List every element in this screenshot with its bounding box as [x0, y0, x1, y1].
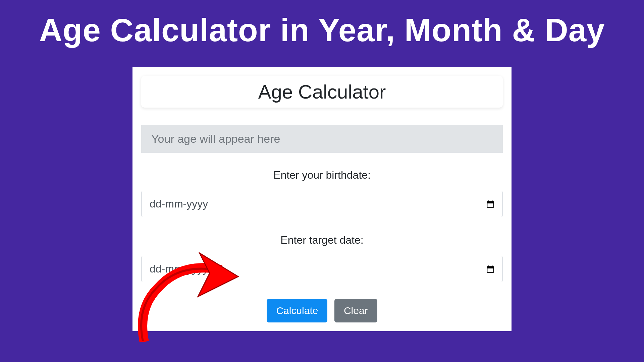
calculate-button[interactable]: Calculate [267, 299, 327, 322]
clear-button[interactable]: Clear [334, 299, 377, 322]
birthdate-label: Enter your birthdate: [141, 169, 503, 181]
card-header: Age Calculator [141, 76, 503, 108]
target-date-input-wrapper [141, 256, 503, 282]
card-header-title: Age Calculator [148, 80, 496, 103]
calculator-card: Age Calculator Your age will appear here… [132, 67, 512, 331]
birthdate-input-wrapper [141, 191, 503, 217]
page-title: Age Calculator in Year, Month & Day [0, 0, 644, 60]
target-date-input[interactable] [141, 256, 503, 282]
result-text: Your age will appear here [151, 132, 493, 145]
button-row: Calculate Clear [141, 299, 503, 322]
target-date-label: Enter target date: [141, 234, 503, 246]
birthdate-input[interactable] [141, 191, 503, 217]
result-box: Your age will appear here [141, 125, 503, 153]
